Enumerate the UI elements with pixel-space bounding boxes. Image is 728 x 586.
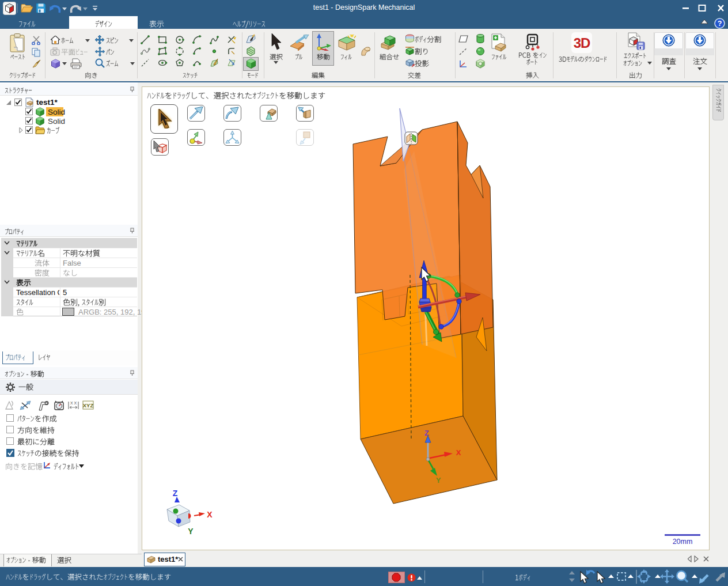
svg-text:Z: Z — [424, 429, 429, 437]
svg-text:X: X — [456, 448, 461, 457]
svg-text:X X: X X — [70, 401, 77, 405]
svg-text:XYZ: XYZ — [83, 402, 94, 409]
svg-text:Y: Y — [436, 476, 441, 485]
svg-text:X: X — [207, 510, 213, 519]
svg-text:?: ? — [718, 20, 722, 28]
svg-text:3D: 3D — [574, 35, 590, 51]
svg-text:Z: Z — [173, 489, 178, 498]
svg-text:20mm: 20mm — [673, 538, 693, 546]
svg-text:Y: Y — [188, 527, 194, 536]
